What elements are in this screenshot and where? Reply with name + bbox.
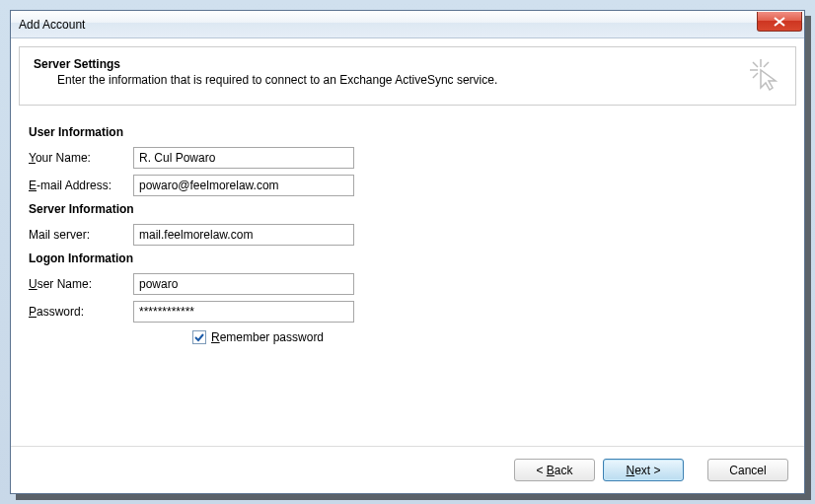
cancel-button[interactable]: Cancel [707, 459, 788, 481]
titlebar: Add Account [11, 11, 804, 38]
your-name-field[interactable] [133, 147, 354, 169]
label-email: E-mail Address: [29, 179, 133, 192]
password-field[interactable] [133, 301, 354, 323]
user-name-field[interactable] [133, 273, 354, 295]
svg-line-4 [753, 73, 758, 78]
header-subtitle: Enter the information that is required t… [34, 73, 748, 87]
cursor-click-icon [748, 57, 781, 91]
header-title: Server Settings [34, 57, 748, 71]
section-logon-information: Logon Information [29, 252, 786, 265]
mail-server-field[interactable] [133, 224, 354, 246]
dialog-footer: < Back Next > Cancel [11, 446, 804, 493]
remember-password-checkbox[interactable] [192, 330, 206, 344]
email-field[interactable] [133, 175, 354, 196]
label-password: Password: [29, 305, 133, 319]
label-mail-server: Mail server: [29, 228, 133, 242]
add-account-dialog: Add Account Server Settings Enter the in… [10, 10, 805, 494]
form-body: User Information Your Name: E-mail Addre… [11, 113, 804, 446]
label-remember-password: Remember password [211, 330, 324, 344]
label-user-name: User Name: [29, 277, 133, 291]
next-button[interactable]: Next > [603, 459, 684, 481]
close-icon [774, 17, 785, 27]
section-user-information: User Information [29, 125, 786, 139]
close-button[interactable] [757, 12, 802, 32]
svg-line-2 [753, 62, 758, 67]
header-panel: Server Settings Enter the information th… [19, 46, 796, 106]
back-button[interactable]: < Back [514, 459, 595, 481]
checkmark-icon [194, 332, 204, 342]
label-your-name: Your Name: [29, 151, 133, 165]
svg-line-3 [764, 62, 769, 67]
section-server-information: Server Information [29, 202, 786, 216]
window-title: Add Account [19, 18, 85, 32]
